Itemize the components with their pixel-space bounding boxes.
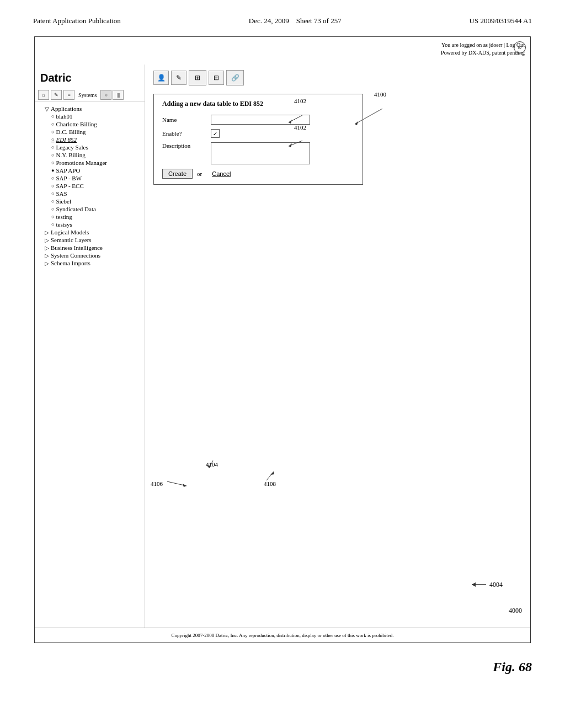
sidebar-toolbar: ⌂ ✎ ≡ Systems ○ ||| bbox=[35, 89, 145, 101]
tree-item-edi852[interactable]: ○ EDI 852 bbox=[38, 136, 141, 143]
top-right-info: You are logged on as jdoerr | Log Out Po… bbox=[441, 41, 525, 57]
arrow-4004 bbox=[471, 579, 487, 590]
cancel-button[interactable]: Cancel bbox=[206, 169, 236, 178]
enable-checkbox[interactable]: ✓ bbox=[211, 129, 220, 138]
tree-item-sas[interactable]: ○ SAS bbox=[38, 190, 141, 197]
tree-item-siebel[interactable]: ○ Siebel bbox=[38, 197, 141, 205]
tree-item-semantic-layers[interactable]: ▷ Semantic Layers bbox=[38, 236, 141, 244]
form-row-description: Description bbox=[162, 142, 354, 164]
main-icon-table[interactable]: ⊞ bbox=[189, 70, 206, 85]
create-button[interactable]: Create bbox=[162, 169, 193, 179]
main-content: You are logged on as jdoerr | Log Out Po… bbox=[0, 31, 565, 654]
circle-icon: ⊙ bbox=[514, 41, 526, 53]
annotation-4104: 4104 bbox=[206, 461, 218, 468]
sidebar-title: Datric bbox=[35, 69, 145, 89]
toolbar-icon-bars[interactable]: ||| bbox=[113, 90, 124, 100]
tree-item-business-intelligence[interactable]: ▷ Business Intelligence bbox=[38, 244, 141, 251]
tree-item-ny-billing[interactable]: ○ N.Y. Billing bbox=[38, 151, 141, 159]
form-label-description: Description bbox=[162, 142, 206, 149]
tree-item-dc-billing[interactable]: ○ D.C. Billing bbox=[38, 128, 141, 136]
annotation-4106: 4106 bbox=[151, 480, 163, 487]
tree-item-testsys[interactable]: ○ testsys bbox=[38, 221, 141, 228]
tree-item-applications[interactable]: ▽ Applications bbox=[38, 105, 141, 113]
button-row: Create or Cancel bbox=[162, 169, 354, 179]
form-row-name: Name bbox=[162, 115, 354, 125]
main-icon-link[interactable]: 🔗 bbox=[226, 70, 244, 85]
description-textarea[interactable] bbox=[211, 142, 310, 164]
header-publication: Patent Application Publication bbox=[33, 17, 121, 25]
svg-line-6 bbox=[167, 481, 186, 486]
arrow-4108 bbox=[264, 470, 280, 481]
annotation-4102-2: 4102 bbox=[294, 124, 306, 131]
systems-label: Systems bbox=[76, 92, 99, 98]
tree-item-blah01[interactable]: ○ blah01 bbox=[38, 113, 141, 120]
tree-item-logical-models[interactable]: ▷ Logical Models bbox=[38, 228, 141, 236]
tree-item-sap-bw[interactable]: ○ SAP - BW bbox=[38, 174, 141, 182]
main-toolbar: 👤 ✎ ⊞ ⊟ 🔗 bbox=[153, 70, 522, 85]
header-patent-number: US 2009/0319544 A1 bbox=[470, 17, 532, 25]
toolbar-icon-edit[interactable]: ✎ bbox=[51, 90, 62, 100]
form-row-enable: Enable? ✓ bbox=[162, 129, 354, 138]
tree-item-system-connections[interactable]: ▷ System Connections bbox=[38, 251, 141, 259]
header-date-sheet: Dec. 24, 2009 Sheet 73 of 257 bbox=[249, 17, 342, 25]
annotation-4004-container: 4004 bbox=[471, 579, 503, 590]
toolbar-icon-list[interactable]: ≡ bbox=[63, 90, 74, 100]
svg-marker-11 bbox=[270, 472, 274, 475]
dialog-title: Adding a new data table to EDI 852 bbox=[162, 100, 354, 108]
tree-item-legacy-sales[interactable]: ○ Legacy Sales bbox=[38, 143, 141, 151]
tree-item-sap-apo[interactable]: ● SAP APO bbox=[38, 167, 141, 174]
sidebar: Datric ⌂ ✎ ≡ Systems ○ ||| bbox=[35, 65, 145, 628]
toolbar-icon-circle[interactable]: ○ bbox=[100, 90, 111, 100]
figure-label: Fig. 68 bbox=[0, 654, 565, 686]
main-icon-grid[interactable]: ⊟ bbox=[209, 71, 224, 85]
main-panel: 👤 ✎ ⊞ ⊟ 🔗 Adding a new data table to EDI… bbox=[145, 65, 530, 628]
content-area: Datric ⌂ ✎ ≡ Systems ○ ||| bbox=[35, 65, 530, 628]
tree-item-testing[interactable]: ○ testing bbox=[38, 213, 141, 221]
annotation-4102-1: 4102 bbox=[294, 98, 306, 104]
svg-marker-13 bbox=[472, 582, 476, 587]
dialog-box: Adding a new data table to EDI 852 Name … bbox=[153, 94, 363, 185]
svg-marker-7 bbox=[183, 484, 186, 487]
tree-item-syndicated[interactable]: ○ Syndicated Data bbox=[38, 205, 141, 213]
sidebar-tree: ▽ Applications ○ blah01 ○ Charlotte Bill… bbox=[35, 104, 145, 268]
page-header: Patent Application Publication Dec. 24, … bbox=[0, 0, 565, 31]
svg-line-10 bbox=[266, 472, 274, 480]
annotation-4004: 4004 bbox=[489, 581, 503, 589]
form-label-enable: Enable? bbox=[162, 130, 206, 137]
tree-item-charlotte[interactable]: ○ Charlotte Billing bbox=[38, 120, 141, 128]
tree-item-promotions[interactable]: ○ Promotions Manager bbox=[38, 159, 141, 167]
annotation-4108: 4108 bbox=[264, 480, 276, 487]
name-input[interactable] bbox=[211, 115, 310, 125]
annotation-4100: 4100 bbox=[374, 91, 386, 98]
or-cancel-text: or bbox=[197, 170, 202, 177]
arrow-4106 bbox=[167, 476, 189, 487]
main-icon-person[interactable]: 👤 bbox=[153, 71, 169, 85]
outer-box: You are logged on as jdoerr | Log Out Po… bbox=[34, 36, 531, 643]
tree-item-schema-imports[interactable]: ▷ Schema Imports bbox=[38, 259, 141, 267]
annotation-4000: 4000 bbox=[509, 607, 522, 615]
copyright-text: Copyright 2007-2008 Datric, Inc. Any rep… bbox=[35, 628, 530, 643]
toolbar-icon-home[interactable]: ⌂ bbox=[38, 90, 49, 100]
main-icon-edit[interactable]: ✎ bbox=[171, 71, 186, 85]
tree-item-sap-ecc[interactable]: ○ SAP - ECC bbox=[38, 182, 141, 190]
form-label-name: Name bbox=[162, 116, 206, 123]
